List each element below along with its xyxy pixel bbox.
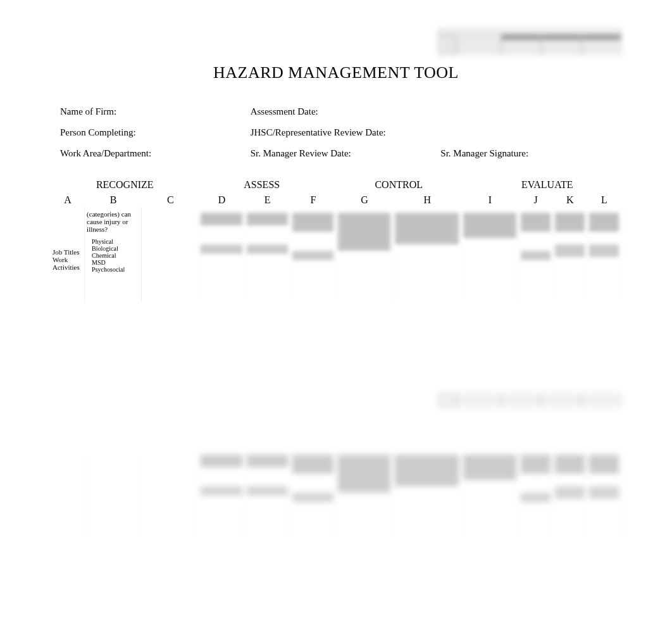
firm-label: Name of Firm: (51, 101, 241, 122)
sr-review-label: Sr. Manager Review Date: (241, 143, 432, 164)
person-label: Person Completing: (51, 122, 241, 143)
col-h: H (393, 193, 461, 207)
lower-blurred-section (51, 391, 621, 544)
col-a-line2: Work (53, 256, 82, 263)
empty-cell (431, 122, 621, 143)
col-c: C (142, 193, 199, 207)
main-title: HAZARD MANAGEMENT TOOL (51, 63, 621, 82)
assessment-date-label: Assessment Date: (241, 101, 432, 122)
column-headers: A B C D E F G H I J K L (51, 193, 621, 207)
desc-c (142, 207, 199, 302)
col-g: G (336, 193, 393, 207)
desc-i (461, 207, 518, 302)
col-d: D (199, 193, 244, 207)
cat-physical: Physical (92, 238, 139, 245)
cat-chemical: Chemical (92, 252, 139, 259)
desc-b: (categories) can cause injury or illness… (85, 207, 142, 302)
col-b-header: (categories) can cause injury or illness… (87, 210, 139, 233)
desc-k (553, 207, 587, 302)
col-a-line3: Activities (53, 263, 82, 271)
section-assess: ASSESS (199, 177, 325, 193)
cat-biological: Biological (92, 245, 139, 252)
work-area-label: Work Area/Department: (51, 143, 241, 164)
desc-e (245, 207, 290, 302)
risk-matrix-header (438, 28, 621, 35)
col-e: E (245, 193, 290, 207)
col-i: I (461, 193, 518, 207)
desc-g (336, 207, 393, 302)
jhsc-label: JHSC/Representative Review Date: (241, 122, 432, 143)
empty-cell (431, 101, 621, 122)
col-k: K (553, 193, 587, 207)
col-f: F (290, 193, 336, 207)
desc-f (290, 207, 336, 302)
cat-msd: MSD (92, 259, 139, 266)
desc-a: Job Titles Work Activities (51, 207, 85, 302)
desc-j (519, 207, 553, 302)
section-headers: RECOGNIZE ASSESS CONTROL EVALUATE (51, 177, 621, 193)
col-l: L (587, 193, 621, 207)
desc-h (393, 207, 461, 302)
cat-psychosocial: Psychosocial (92, 266, 139, 273)
col-a-line1: Job Titles (53, 248, 82, 256)
info-grid: Name of Firm: Assessment Date: Person Co… (51, 101, 621, 164)
col-b: B (85, 193, 142, 207)
sr-sig-label: Sr. Manager Signature: (431, 143, 621, 164)
desc-d (199, 207, 244, 302)
section-evaluate: EVALUATE (473, 177, 621, 193)
section-recognize: RECOGNIZE (51, 177, 199, 193)
description-row: Job Titles Work Activities (categories) … (51, 207, 621, 302)
section-control: CONTROL (325, 177, 473, 193)
risk-matrix-top (438, 28, 621, 55)
col-j: J (519, 193, 553, 207)
desc-l (587, 207, 621, 302)
col-a: A (51, 193, 85, 207)
